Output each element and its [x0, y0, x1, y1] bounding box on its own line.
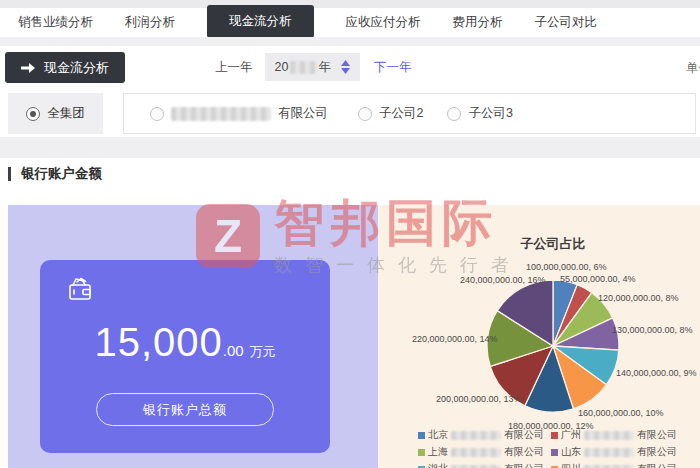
group-all-label: 全集团: [47, 105, 85, 122]
radio-icon[interactable]: [447, 107, 461, 121]
legend-item-山东: 山东有限公司: [551, 445, 696, 459]
legend-color-swatch: [551, 432, 558, 439]
unit-label: 单位: [686, 60, 700, 77]
bank-amount-card: 15,000.00万元 银行账户总额: [40, 260, 330, 453]
company-filter-row: 全集团 有限公司 子公司2 子公司3: [0, 88, 700, 137]
amount-integer: 15,000: [94, 320, 222, 364]
next-year-button[interactable]: 下一年: [374, 59, 412, 76]
year-prefix: 20: [275, 60, 289, 74]
redacted-company-name: [451, 448, 501, 457]
prev-year-button[interactable]: 上一年: [215, 59, 253, 76]
legend-color-swatch: [551, 449, 558, 456]
tab-利润分析[interactable]: 利润分析: [125, 8, 175, 37]
legend-prefix: 山东: [561, 445, 581, 459]
legend-suffix: 有限公司: [504, 462, 544, 468]
bank-amount-value: 15,000.00万元: [40, 320, 330, 365]
spinner-icon[interactable]: [341, 60, 350, 74]
wallet-icon: [64, 274, 96, 306]
bank-amount-panel: 15,000.00万元 银行账户总额: [8, 205, 378, 468]
toolbar: 现金流分析 上一年 20 年 下一年 单位: [0, 46, 700, 88]
redacted-company-name: [584, 448, 634, 457]
legend-item-四川: 四川有限公司: [551, 462, 696, 468]
company2-label: 子公司2: [379, 105, 423, 122]
tab-子公司对比[interactable]: 子公司对比: [535, 8, 598, 37]
dashboard-page: 销售业绩分析利润分析现金流分析应收应付分析费用分析子公司对比 现金流分析 上一年…: [0, 0, 700, 468]
radio-icon[interactable]: [358, 107, 372, 121]
legend-suffix: 有限公司: [637, 428, 677, 442]
legend-suffix: 有限公司: [637, 445, 677, 459]
legend-color-swatch: [418, 449, 425, 456]
legend-prefix: 湖北: [428, 462, 448, 468]
legend-item-湖北: 湖北有限公司: [418, 462, 551, 468]
legend-suffix: 有限公司: [504, 428, 544, 442]
arrow-right-icon: [21, 62, 35, 74]
subsidiary-chart-panel: 子公司占比 100,000,000.00, 6%55,000,000.00, 4…: [378, 205, 700, 468]
year-select[interactable]: 20 年: [265, 53, 360, 81]
legend-item-广州: 广州有限公司: [551, 428, 696, 442]
legend-color-swatch: [418, 432, 425, 439]
redacted-company-name: [171, 107, 271, 121]
pie-slice-label: 200,000,000.00, 13%: [436, 394, 522, 404]
pie-slice-label: 140,000,000.00, 9%: [616, 368, 697, 378]
legend-suffix: 有限公司: [637, 462, 677, 468]
tab-bar: 销售业绩分析利润分析现金流分析应收应付分析费用分析子公司对比: [0, 8, 700, 37]
legend-item-上海: 上海有限公司: [418, 445, 551, 459]
pie-slice-label: 120,000,000.00, 8%: [598, 293, 679, 303]
tab-list: 销售业绩分析利润分析现金流分析应收应付分析费用分析子公司对比: [0, 8, 700, 38]
amount-decimal: .00: [223, 342, 244, 359]
cashflow-section-button[interactable]: 现金流分析: [5, 52, 125, 83]
pie-slice-label: 130,000,000.00, 8%: [612, 325, 693, 335]
pie-slice-label: 220,000,000.00, 14%: [412, 334, 498, 344]
cashflow-section-label: 现金流分析: [44, 59, 109, 77]
tab-费用分析[interactable]: 费用分析: [453, 8, 503, 37]
redacted-company-name: [584, 465, 634, 468]
pie-slice-label: 100,000,000.00, 6%: [526, 262, 607, 272]
bank-total-button[interactable]: 银行账户总额: [96, 393, 274, 426]
redacted-year: [290, 61, 316, 74]
company1-radio[interactable]: 有限公司: [150, 105, 328, 122]
legend-suffix: 有限公司: [504, 445, 544, 459]
pie-slice-label: 55,000,000.00, 4%: [560, 274, 636, 284]
year-navigation: 上一年 20 年 下一年: [215, 53, 411, 81]
legend-prefix: 广州: [561, 428, 581, 442]
amount-unit: 万元: [250, 344, 276, 359]
section-title: 银行账户金额: [21, 165, 102, 183]
chart-legend: 北京有限公司广州有限公司上海有限公司山东有限公司湖北有限公司四川有限公司: [418, 428, 696, 468]
legend-item-北京: 北京有限公司: [418, 428, 551, 442]
tab-应收应付分析[interactable]: 应收应付分析: [346, 8, 421, 37]
section-header: 银行账户金额: [0, 158, 700, 205]
legend-prefix: 上海: [428, 445, 448, 459]
pie-slice-label: 240,000,000.00, 16%: [460, 275, 546, 285]
redacted-company-name: [451, 431, 501, 440]
legend-prefix: 北京: [428, 428, 448, 442]
radio-selected-icon[interactable]: [26, 107, 40, 121]
radio-icon[interactable]: [150, 107, 164, 121]
divider-strip: [0, 37, 700, 46]
divider-strip: [0, 137, 700, 158]
company2-radio[interactable]: 子公司2: [358, 105, 423, 122]
top-strip: [0, 0, 700, 8]
company-options-box: 有限公司 子公司2 子公司3: [123, 93, 696, 134]
redacted-company-name: [584, 431, 634, 440]
pie-slice-label: 160,000,000.00, 10%: [578, 408, 664, 418]
group-all-radio[interactable]: 全集团: [8, 93, 103, 134]
redacted-company-name: [451, 465, 501, 468]
company1-suffix-label: 有限公司: [278, 105, 328, 122]
legend-prefix: 四川: [561, 462, 581, 468]
company3-label: 子公司3: [468, 105, 512, 122]
year-suffix: 年: [318, 59, 331, 76]
tab-现金流分析[interactable]: 现金流分析: [207, 5, 314, 38]
section-title-marker: [8, 167, 11, 181]
company3-radio[interactable]: 子公司3: [447, 105, 512, 122]
tab-销售业绩分析[interactable]: 销售业绩分析: [18, 8, 93, 37]
